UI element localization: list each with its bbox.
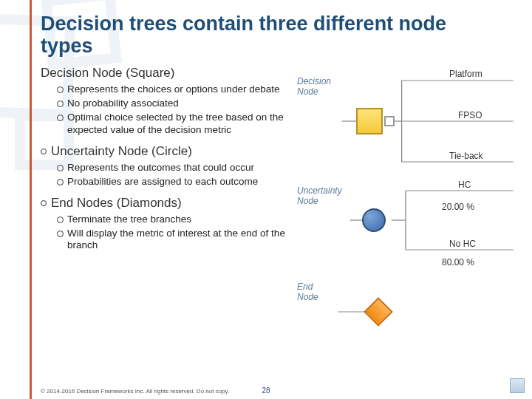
text-column: Decision Node (Square) Represents the ch…: [41, 66, 288, 348]
diagram-end: End Node: [294, 271, 517, 345]
bullet-item: Will display the metric of interest at t…: [57, 228, 288, 253]
bullet-icon: [41, 149, 47, 154]
stub-square-icon: [384, 116, 395, 126]
corner-logo-icon: [510, 378, 525, 393]
page-number: 28: [262, 386, 270, 395]
page-title: Decision trees contain three different n…: [41, 13, 454, 57]
copyright-footer: © 2014-2016 Decision Frameworks Inc. All…: [41, 388, 229, 395]
branch-label: Tie-back: [449, 151, 483, 161]
branch-label: HC: [458, 180, 471, 190]
bullet-item: Optimal choice selected by the tree base…: [57, 112, 288, 137]
section-decision-node: Decision Node (Square) Represents the ch…: [41, 66, 288, 137]
branch-label: No HC: [449, 239, 476, 249]
diagram-column: Decision Node Platform FPSO Tie-back Unc…: [294, 66, 517, 348]
section-uncertainty-node: Uncertainty Node (Circle) Represents the…: [41, 144, 288, 188]
section-end-nodes: End Nodes (Diamonds) Terminate the tree …: [41, 196, 288, 253]
section-heading: End Nodes (Diamonds): [41, 196, 288, 211]
branch-label: Platform: [449, 69, 482, 79]
bullet-item: Probabilities are assigned to each outco…: [57, 176, 288, 188]
bullet-item: Terminate the tree branches: [57, 214, 288, 226]
prob-label: 80.00 %: [442, 257, 474, 267]
square-icon: [356, 108, 383, 134]
section-heading: Uncertainty Node (Circle): [41, 144, 288, 159]
section-heading: Decision Node (Square): [41, 66, 288, 81]
diagram-uncertainty: Uncertainty Node HC 20.00 % No HC 80.00 …: [294, 172, 517, 268]
branch-label: FPSO: [458, 110, 482, 120]
diagram-decision: Decision Node Platform FPSO Tie-back: [294, 66, 517, 169]
bullet-icon: [41, 200, 47, 206]
left-accent-bar: [30, 0, 32, 399]
bullet-item: Represents the outcomes that could occur: [57, 162, 288, 174]
prob-label: 20.00 %: [442, 202, 474, 212]
bullet-item: Represents the choices or options under …: [57, 83, 288, 96]
bullet-item: No probability associated: [57, 98, 288, 110]
